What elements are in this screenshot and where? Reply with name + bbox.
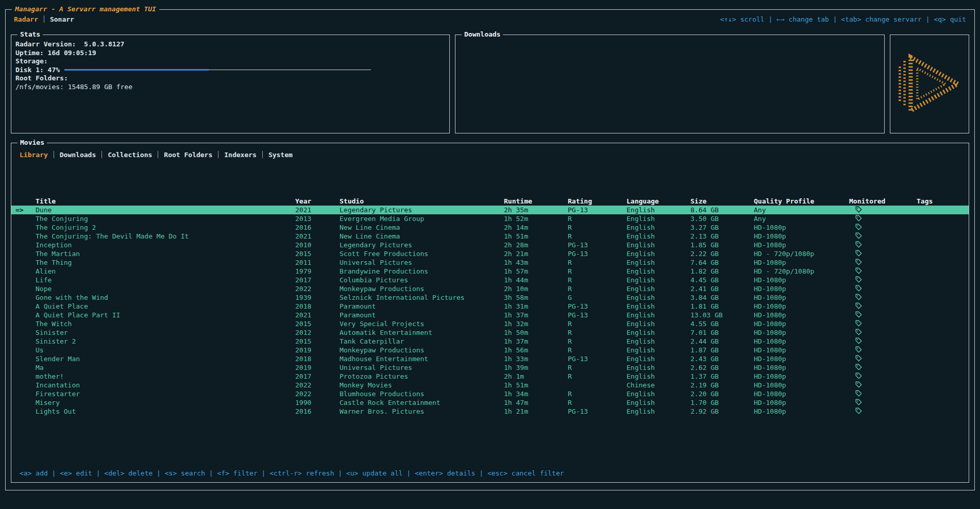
monitored-tag-icon xyxy=(855,329,862,335)
column-header-runtime: Runtime xyxy=(504,197,568,205)
table-row[interactable]: Ma2019Universal Pictures1h 39mREnglish2.… xyxy=(11,363,969,372)
cell-runtime: 1h 39m xyxy=(504,364,568,371)
cell-quality-profile: HD-1080p xyxy=(754,364,849,371)
movies-tab-downloads[interactable]: Downloads xyxy=(60,151,96,159)
table-row[interactable]: Incantation2022Monkey Movies1h 51mChines… xyxy=(11,381,969,389)
cell-rating: PG-13 xyxy=(568,355,627,363)
tab-separator xyxy=(102,151,102,158)
table-row[interactable]: A Quiet Place2018Paramount1h 31mPG-13Eng… xyxy=(11,302,969,311)
table-row[interactable]: The Thing2011Universal Pictures1h 43mREn… xyxy=(11,258,969,267)
movies-tab-system[interactable]: System xyxy=(268,151,293,159)
cell-year: 2022 xyxy=(295,285,340,293)
table-row[interactable]: Us2019Monkeypaw Productions1h 56mREnglis… xyxy=(11,346,969,354)
cell-size: 4.55 GB xyxy=(690,320,754,328)
cell-studio: New Line Cinema xyxy=(340,224,504,231)
table-row[interactable]: Inception2010Legendary Pictures2h 28mPG-… xyxy=(11,241,969,249)
cell-size: 7.64 GB xyxy=(690,259,754,266)
cell-language: English xyxy=(627,355,690,363)
column-header-tags: Tags xyxy=(917,197,969,205)
cell-quality-profile: HD-1080p xyxy=(754,311,849,319)
cell-runtime: 2h 14m xyxy=(504,224,568,231)
table-row[interactable]: The Witch2015Very Special Projects1h 32m… xyxy=(11,319,969,328)
tab-radarr[interactable]: Radarr xyxy=(14,15,38,23)
cell-size: 3.27 GB xyxy=(690,224,754,231)
table-row[interactable]: Lights Out2016Warner Bros. Pictures1h 21… xyxy=(11,407,969,416)
cell-language: English xyxy=(627,346,690,354)
downloads-panel-title: Downloads xyxy=(462,30,503,38)
monitored-tag-icon xyxy=(855,364,862,370)
cell-size: 7.01 GB xyxy=(690,329,754,336)
cell-language: English xyxy=(627,206,690,214)
table-row[interactable]: The Conjuring: The Devil Made Me Do It20… xyxy=(11,232,969,241)
cell-quality-profile: HD-1080p xyxy=(754,259,849,266)
movies-tab-indexers[interactable]: Indexers xyxy=(224,151,257,159)
logo-panel xyxy=(890,35,969,133)
cell-year: 1939 xyxy=(295,294,340,301)
monitored-tag-icon xyxy=(855,381,862,388)
table-row[interactable]: mother!2017Protozoa Pictures2h 1mREnglis… xyxy=(11,372,969,381)
table-row[interactable]: The Martian2015Scott Free Productions2h … xyxy=(11,249,969,258)
table-row[interactable]: Sinister 22015Tank Caterpillar1h 37mREng… xyxy=(11,337,969,346)
cell-language: English xyxy=(627,399,690,406)
selection-arrow: => xyxy=(15,206,36,214)
cell-monitored xyxy=(849,337,917,346)
table-row[interactable]: Misery1990Castle Rock Entertainment1h 47… xyxy=(11,398,969,407)
root-folder-line: /nfs/movies: 15485.89 GB free xyxy=(15,83,445,92)
monitored-tag-icon xyxy=(855,346,862,353)
cell-year: 2013 xyxy=(295,215,340,223)
cell-monitored xyxy=(849,329,917,337)
table-row[interactable]: Life2017Columbia Pictures1h 44mREnglish4… xyxy=(11,276,969,284)
cell-size: 2.19 GB xyxy=(690,381,754,389)
cell-studio: Selznick International Pictures xyxy=(340,294,504,301)
cell-rating: R xyxy=(568,399,627,406)
monitored-tag-icon xyxy=(855,215,862,222)
monitored-tag-icon xyxy=(855,241,862,248)
table-row[interactable]: =>Dune2021Legendary Pictures2h 35mPG-13E… xyxy=(11,206,969,214)
cell-year: 2022 xyxy=(295,390,340,398)
cell-monitored xyxy=(849,215,917,223)
cell-runtime: 1h 51m xyxy=(504,381,568,389)
table-row[interactable]: A Quiet Place Part II2021Paramount1h 37m… xyxy=(11,311,969,319)
cell-monitored xyxy=(849,232,917,241)
cell-monitored xyxy=(849,224,917,232)
cell-rating: PG-13 xyxy=(568,250,627,258)
movies-tab-collections[interactable]: Collections xyxy=(108,151,152,159)
cell-quality-profile: HD - 720p/1080p xyxy=(754,250,849,258)
cell-quality-profile: HD-1080p xyxy=(754,390,849,398)
table-row[interactable]: Nope2022Monkeypaw Productions2h 10mREngl… xyxy=(11,284,969,293)
cell-year: 2019 xyxy=(295,346,340,354)
movies-tab-library[interactable]: Library xyxy=(20,151,48,159)
cell-size: 1.70 GB xyxy=(690,399,754,406)
cell-runtime: 1h 32m xyxy=(504,320,568,328)
table-row[interactable]: The Conjuring 22016New Line Cinema2h 14m… xyxy=(11,223,969,232)
cell-monitored xyxy=(849,390,917,398)
cell-runtime: 1h 43m xyxy=(504,259,568,266)
cell-monitored xyxy=(849,206,917,214)
cell-rating: R xyxy=(568,276,627,284)
cell-size: 8.64 GB xyxy=(690,206,754,214)
column-header-year: Year xyxy=(295,197,340,205)
cell-quality-profile: HD-1080p xyxy=(754,294,849,301)
cell-year: 2018 xyxy=(295,302,340,310)
table-row[interactable]: Slender Man2018Madhouse Entertainment1h … xyxy=(11,354,969,363)
cell-studio: Automatik Entertainment xyxy=(340,329,504,336)
cell-language: English xyxy=(627,311,690,319)
table-row[interactable]: Gone with the Wind1939Selznick Internati… xyxy=(11,293,969,302)
managarr-play-logo-icon xyxy=(897,52,962,116)
cell-year: 2010 xyxy=(295,241,340,249)
tab-sonarr[interactable]: Sonarr xyxy=(50,15,74,23)
cell-quality-profile: HD-1080p xyxy=(754,302,849,310)
table-row[interactable]: Firestarter2022Blumhouse Productions1h 3… xyxy=(11,389,969,398)
table-row[interactable]: Sinister2012Automatik Entertainment1h 50… xyxy=(11,328,969,337)
cell-size: 1.82 GB xyxy=(690,267,754,275)
movies-tab-root-folders[interactable]: Root Folders xyxy=(164,151,212,159)
monitored-tag-icon xyxy=(855,311,862,318)
table-row[interactable]: Alien1979Brandywine Productions1h 57mREn… xyxy=(11,267,969,276)
cell-quality-profile: HD-1080p xyxy=(754,381,849,389)
table-row[interactable]: The Conjuring2013Evergreen Media Group1h… xyxy=(11,214,969,223)
disk-usage-gauge xyxy=(64,69,371,71)
cell-monitored xyxy=(849,381,917,389)
cell-language: English xyxy=(627,329,690,336)
cell-size: 2.43 GB xyxy=(690,355,754,363)
cell-monitored xyxy=(849,408,917,416)
